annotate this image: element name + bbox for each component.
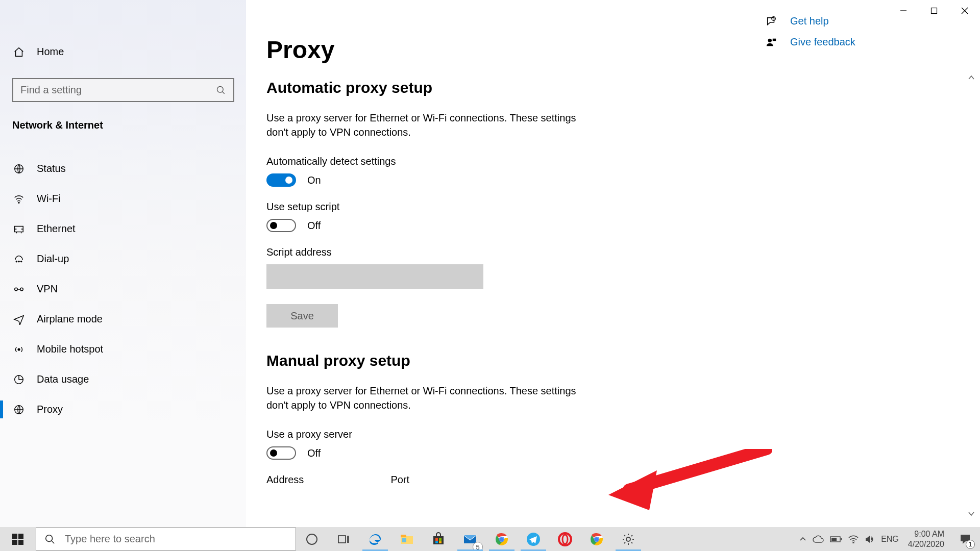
svg-rect-36 [439,538,442,541]
svg-point-43 [500,537,504,541]
address-label: Address [266,474,304,486]
svg-point-13 [20,288,23,291]
wifi-tray-icon[interactable] [848,535,859,543]
onedrive-icon[interactable] [813,535,824,543]
feedback-link: Give feedback [790,36,855,48]
use-proxy-state: Off [307,447,321,459]
help-column: Get help Give feedback [766,15,855,57]
svg-point-25 [46,535,53,541]
mail-icon[interactable]: 5 [454,527,486,551]
action-center-icon[interactable]: 1 [953,527,977,551]
svg-point-50 [595,537,599,541]
svg-point-27 [307,534,317,544]
volume-icon[interactable] [865,535,875,544]
sidebar-item-label: Ethernet [37,223,76,235]
file-explorer-icon[interactable] [391,527,423,551]
notification-badge: 1 [966,540,975,549]
sidebar-item-label: VPN [37,283,58,295]
svg-point-46 [562,535,568,544]
svg-rect-32 [401,535,406,537]
auto-heading: Automatic proxy setup [266,79,980,96]
feedback-row[interactable]: Give feedback [766,36,855,48]
save-button[interactable]: Save [266,304,338,328]
system-tray: ENG 9:00 AM 4/20/2020 1 [799,527,980,551]
page-title: Proxy [266,36,980,64]
vpn-icon [12,284,26,295]
status-icon [12,163,26,174]
svg-point-9 [16,261,17,262]
taskbar: Type here to search 5 ENG 9:00 AM 4/20/2… [0,527,980,551]
svg-line-5 [223,91,225,93]
taskbar-pinned: 5 [296,527,644,551]
sidebar-item-proxy[interactable]: Proxy [0,394,246,424]
chrome2-icon[interactable] [581,527,612,551]
taskbar-search[interactable]: Type here to search [36,528,296,550]
svg-point-15 [18,348,20,350]
chrome-icon[interactable] [486,527,518,551]
script-state: Off [307,220,321,232]
svg-rect-23 [12,540,17,545]
svg-rect-22 [18,534,23,539]
sidebar-item-label: Airplane mode [37,313,103,325]
svg-point-12 [15,288,18,291]
detect-toggle[interactable] [266,173,296,187]
edge-icon[interactable] [359,527,391,551]
svg-point-10 [18,261,19,262]
script-address-label: Script address [266,246,980,258]
battery-icon[interactable] [830,536,842,543]
sidebar-item-datausage[interactable]: Data usage [0,364,246,394]
svg-point-4 [217,86,224,92]
sidebar-item-ethernet[interactable]: Ethernet [0,214,246,244]
svg-point-18 [768,38,772,42]
use-proxy-label: Use a proxy server [266,429,980,440]
use-proxy-toggle[interactable] [266,446,296,460]
start-button[interactable] [0,527,36,551]
search-placeholder: Find a setting [20,84,82,96]
sidebar-item-label: Dial-up [37,253,69,265]
help-icon [766,16,778,27]
airplane-icon [12,314,26,325]
opera-icon[interactable] [549,527,581,551]
telegram-icon[interactable] [518,527,549,551]
hotspot-icon [12,344,26,355]
auto-description: Use a proxy server for Ethernet or Wi-Fi… [266,111,593,139]
sidebar-item-status[interactable]: Status [0,154,246,184]
svg-rect-35 [435,538,438,541]
tray-chevron-icon[interactable] [799,536,806,543]
search-input[interactable]: Find a setting [12,78,234,102]
script-address-input[interactable] [266,264,483,289]
sidebar-home[interactable]: Home [0,41,246,63]
search-icon [216,85,226,95]
sidebar-item-label: Wi-Fi [37,193,61,205]
sidebar-item-label: Status [37,163,66,174]
sidebar-item-vpn[interactable]: VPN [0,274,246,304]
svg-rect-28 [338,536,346,543]
scroll-up-icon[interactable] [968,74,980,81]
store-icon[interactable] [423,527,454,551]
detect-label: Automatically detect settings [266,156,980,167]
sidebar-item-airplane[interactable]: Airplane mode [0,304,246,334]
svg-point-55 [853,542,854,543]
clock[interactable]: 9:00 AM 4/20/2020 [905,529,947,548]
dialup-icon [12,254,26,265]
settings-taskbar-icon[interactable] [612,527,644,551]
svg-point-51 [626,537,630,541]
script-toggle[interactable] [266,219,296,232]
get-help-link: Get help [790,15,829,27]
svg-rect-53 [841,538,842,540]
sidebar-item-label: Mobile hotspot [37,343,103,355]
detect-state: On [307,174,321,186]
language-indicator[interactable]: ENG [881,535,899,544]
svg-point-11 [20,261,21,262]
svg-line-26 [52,540,55,543]
search-wrap: Find a setting [0,78,246,119]
sidebar-item-hotspot[interactable]: Mobile hotspot [0,334,246,364]
sidebar-item-wifi[interactable]: Wi-Fi [0,184,246,214]
cortana-icon[interactable] [296,527,328,551]
svg-rect-34 [433,536,444,544]
taskview-icon[interactable] [328,527,359,551]
sidebar-item-dialup[interactable]: Dial-up [0,244,246,274]
svg-rect-21 [12,534,17,539]
get-help-row[interactable]: Get help [766,15,855,27]
scroll-down-icon[interactable] [968,510,980,517]
